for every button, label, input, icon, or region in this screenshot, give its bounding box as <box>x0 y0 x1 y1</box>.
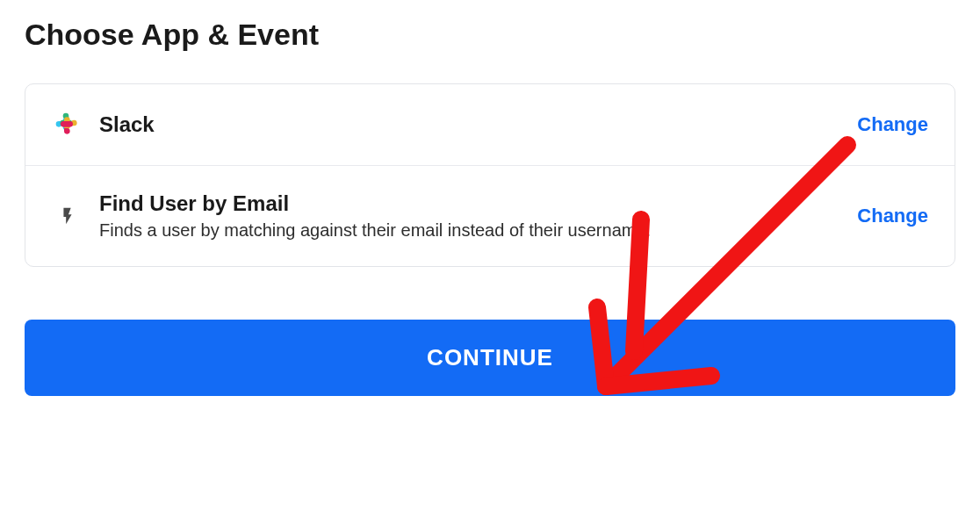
continue-button[interactable]: CONTINUE <box>25 320 955 396</box>
event-row-text: Find User by Email Finds a user by match… <box>99 191 841 241</box>
event-change-link[interactable]: Change <box>857 205 928 227</box>
event-description: Finds a user by matching against their e… <box>99 219 841 241</box>
app-title: Slack <box>99 112 841 138</box>
event-row: Find User by Email Finds a user by match… <box>25 165 955 266</box>
app-row-text: Slack <box>99 112 841 138</box>
section-heading: Choose App & Event <box>25 18 955 52</box>
event-title: Find User by Email <box>99 191 841 217</box>
app-row: Slack Change <box>25 84 955 165</box>
app-change-link[interactable]: Change <box>857 113 928 136</box>
slack-icon <box>52 109 83 140</box>
action-icon <box>52 200 83 232</box>
app-event-card: Slack Change Find User by Email Finds a … <box>25 83 955 267</box>
